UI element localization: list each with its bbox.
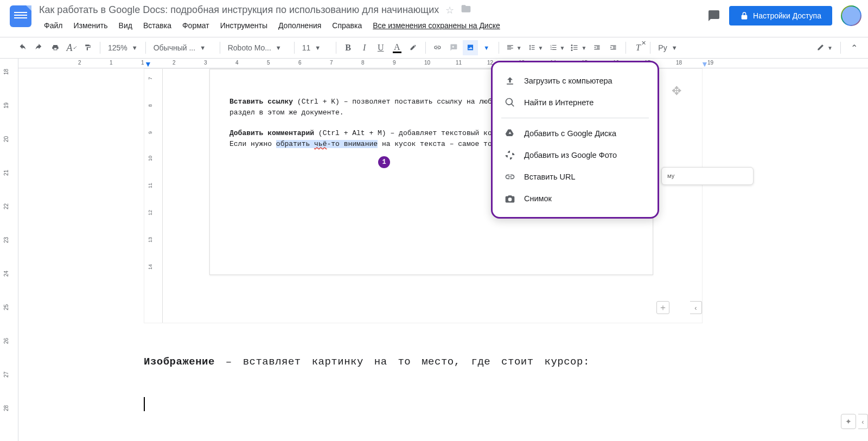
paint-format-button[interactable] [80, 40, 95, 55]
menu-item-photos[interactable]: Добавить из Google Фото [493, 144, 658, 166]
add-comment-button[interactable] [446, 40, 462, 55]
font-select[interactable]: Roboto Mo...▼ [225, 40, 290, 55]
move-handle-icon[interactable]: ✥ [672, 84, 681, 98]
undo-button[interactable] [15, 40, 30, 55]
indent-button[interactable] [606, 40, 621, 55]
menu-edit[interactable]: Изменить [68, 19, 112, 32]
move-folder-icon[interactable] [461, 3, 471, 17]
comment-popup: му [661, 167, 754, 185]
menubar: Файл Изменить Вид Вставка Формат Инструм… [39, 19, 707, 32]
link-icon [505, 171, 515, 182]
side-panel-toggle[interactable]: ‹ [858, 414, 868, 429]
menu-item-label: Добавить из Google Фото [524, 151, 617, 159]
input-tools-button[interactable]: Ру▼ [655, 40, 680, 55]
side-collapse-button[interactable]: ‹ [690, 301, 702, 314]
text-cursor [144, 397, 145, 411]
menu-item-upload[interactable]: Загрузить с компьютера [493, 70, 658, 92]
save-status[interactable]: Все изменения сохранены на Диске [368, 19, 505, 32]
explore-button[interactable]: ✦ [841, 414, 856, 429]
menu-item-label: Добавить с Google Диска [524, 129, 616, 138]
clear-format-button[interactable]: T✕ [630, 40, 646, 55]
doc-text: Вставить ссылку [229, 98, 293, 106]
share-button[interactable]: Настройки Доступа [729, 6, 832, 25]
print-button[interactable] [48, 40, 63, 55]
star-icon[interactable]: ☆ [445, 4, 454, 16]
docs-logo-icon[interactable] [10, 5, 31, 27]
bullet-list-button[interactable]: ▼ [568, 40, 589, 55]
spellcheck-button[interactable]: A✓ [64, 40, 79, 55]
menu-help[interactable]: Справка [327, 19, 367, 32]
selected-text: обратить чьё-то внимание [276, 140, 378, 148]
comments-icon[interactable] [707, 9, 720, 22]
highlight-button[interactable] [406, 40, 421, 55]
linespacing-button[interactable]: ▼ [525, 40, 546, 55]
editing-mode-button[interactable]: ▼ [814, 40, 835, 55]
redo-button[interactable] [31, 40, 47, 55]
add-comment-side-button[interactable]: ＋ [656, 301, 669, 314]
insert-image-menu: Загрузить с компьютераНайти в ИнтернетеД… [491, 61, 659, 219]
fontsize-select[interactable]: 11▼ [299, 40, 331, 55]
zoom-select[interactable]: 125%▼ [105, 40, 141, 55]
style-select[interactable]: Обычный ...▼ [150, 40, 215, 55]
menu-item-camera[interactable]: Снимок [493, 188, 658, 209]
menu-item-drive[interactable]: Добавить с Google Диска [493, 123, 658, 144]
embedded-vruler: 7891011121314 [144, 69, 163, 323]
doc-text: Добавить комментарий [229, 129, 314, 137]
insert-image-button[interactable] [463, 40, 478, 55]
insert-image-caret[interactable]: ▼ [479, 40, 494, 55]
menu-item-search[interactable]: Найти в Интернете [493, 92, 658, 113]
bold-button[interactable]: B [341, 40, 356, 55]
photos-icon [505, 150, 515, 161]
menu-item-link[interactable]: Вставить URL [493, 166, 658, 188]
doc-text: (Ctrl + K) [297, 98, 340, 106]
svg-point-1 [571, 47, 573, 49]
search-icon [505, 97, 515, 108]
align-button[interactable]: ▼ [503, 40, 524, 55]
doc-text: (Ctrl + Alt + M) [318, 129, 386, 137]
vertical-ruler: 1819202122232425262728 [0, 59, 18, 441]
menu-item-label: Загрузить с компьютера [524, 76, 612, 85]
menu-view[interactable]: Вид [114, 19, 137, 32]
horizontal-ruler: ▼ ▼ 2112345678910111213141516171819 [18, 59, 868, 68]
document-title[interactable]: Как работать в Google Docs: подробная ин… [39, 4, 439, 16]
camera-icon [505, 193, 515, 204]
outdent-button[interactable] [590, 40, 605, 55]
drive-icon [505, 128, 515, 139]
numbered-list-button[interactable]: ▼ [547, 40, 567, 55]
menu-tools[interactable]: Инструменты [215, 19, 272, 32]
menu-file[interactable]: Файл [39, 19, 67, 32]
annotation-callout-1: 1 [378, 156, 390, 168]
lock-icon [740, 11, 749, 20]
account-avatar[interactable] [841, 5, 861, 26]
svg-point-0 [571, 44, 573, 46]
collapse-toolbar-button[interactable]: ⌃ [846, 40, 861, 55]
menu-addons[interactable]: Дополнения [273, 19, 326, 32]
textcolor-button[interactable]: A [390, 40, 405, 55]
doc-text: на кусок текста – самое то. [378, 140, 496, 148]
article-caption: Изображение – вставляет картинку на то м… [144, 356, 590, 368]
menu-item-label: Вставить URL [524, 172, 576, 181]
indent-marker-icon[interactable]: ▼ [144, 60, 152, 68]
italic-button[interactable]: I [357, 40, 372, 55]
workspace: 1819202122232425262728 ▼ ▼ 2112345678910… [0, 59, 868, 441]
header: Как работать в Google Docs: подробная ин… [0, 0, 868, 37]
svg-point-2 [571, 49, 573, 51]
menu-insert[interactable]: Вставка [138, 19, 176, 32]
upload-icon [505, 75, 515, 86]
menu-item-label: Найти в Интернете [524, 98, 593, 107]
share-label: Настройки Доступа [753, 11, 821, 20]
menu-format[interactable]: Формат [177, 19, 214, 32]
underline-button[interactable]: U [373, 40, 388, 55]
menu-item-label: Снимок [524, 194, 552, 203]
insert-link-button[interactable] [430, 40, 445, 55]
toolbar: A✓ 125%▼ Обычный ...▼ Roboto Mo...▼ 11▼ … [0, 37, 868, 59]
